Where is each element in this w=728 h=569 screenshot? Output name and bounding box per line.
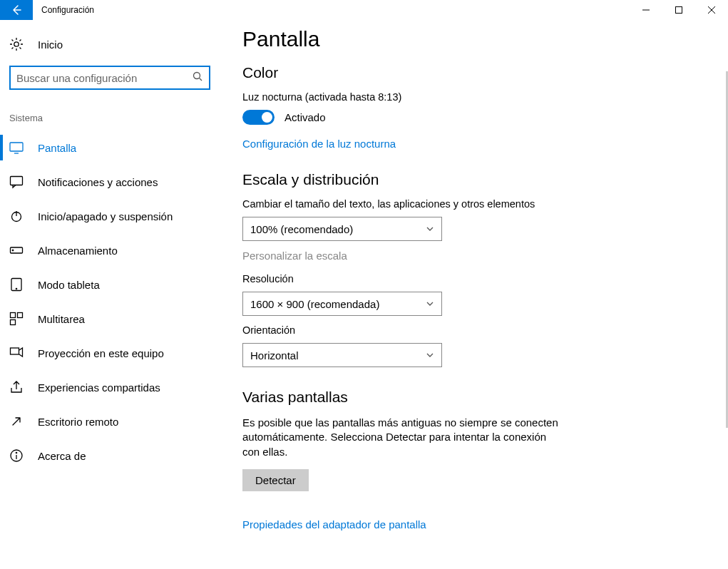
sidebar-item-label: Notificaciones y acciones (38, 176, 158, 188)
adapter-properties-link[interactable]: Propiedades del adaptador de pantalla (242, 518, 426, 530)
orientation-label: Orientación (242, 324, 699, 336)
sidebar-item-pantalla[interactable]: Pantalla (0, 130, 220, 165)
section-multi-header: Varias pantallas (242, 389, 699, 406)
orientation-select-value: Horizontal (250, 349, 299, 362)
back-arrow-icon (11, 4, 22, 16)
sidebar-item-label: Acerca de (38, 450, 86, 462)
svg-rect-10 (11, 313, 16, 318)
chevron-down-icon (426, 223, 434, 235)
resolution-select-value: 1600 × 900 (recomendada) (250, 298, 379, 310)
display-icon (9, 140, 24, 155)
sidebar-item-acerca-de[interactable]: Acerca de (0, 439, 220, 473)
sidebar-item-label: Modo tableta (38, 279, 100, 291)
sidebar-item-multitarea[interactable]: Multitarea (0, 302, 220, 336)
resize-label: Cambiar el tamaño del texto, las aplicac… (242, 198, 699, 210)
chevron-down-icon (426, 298, 434, 310)
sidebar-item-label: Almacenamiento (38, 245, 118, 257)
storage-icon (9, 243, 24, 257)
sidebar-item-almacenamiento[interactable]: Almacenamiento (0, 233, 220, 267)
share-icon (9, 380, 24, 394)
sidebar-item-proyeccion[interactable]: Proyección en este equipo (0, 336, 220, 370)
sidebar-item-escritorio-remoto[interactable]: Escritorio remoto (0, 404, 220, 439)
svg-point-2 (194, 73, 200, 79)
svg-point-9 (16, 288, 17, 289)
multi-desc: Es posible que las pantallas más antigua… (242, 416, 563, 459)
search-container (0, 58, 220, 93)
night-light-label: Luz nocturna (activada hasta 8:13) (242, 91, 699, 103)
close-icon (708, 6, 715, 14)
sidebar-item-label: Multitarea (38, 313, 85, 325)
chevron-down-icon (426, 349, 434, 362)
page-title: Pantalla (242, 27, 699, 51)
resolution-select[interactable]: 1600 × 900 (recomendada) (242, 292, 442, 316)
sidebar-home-label: Inicio (38, 39, 63, 51)
back-button[interactable] (0, 0, 33, 20)
custom-scale-link[interactable]: Personalizar la escala (242, 250, 699, 262)
info-icon (9, 448, 24, 463)
svg-rect-4 (11, 177, 23, 185)
search-icon (193, 71, 202, 84)
svg-rect-13 (11, 348, 19, 354)
sidebar-item-experiencias[interactable]: Experiencias compartidas (0, 370, 220, 404)
night-light-toggle-state: Activado (284, 111, 326, 123)
maximize-icon (675, 6, 682, 14)
svg-rect-12 (11, 320, 16, 325)
sidebar-home[interactable]: Inicio (0, 30, 220, 58)
sidebar-item-inicio-apagado[interactable]: Inicio/apagado y suspensión (0, 199, 220, 233)
sidebar: Inicio Sistema Pantalla Notificaciones y… (0, 20, 220, 569)
night-light-settings-link[interactable]: Configuración de la luz nocturna (242, 138, 396, 150)
search-input[interactable] (9, 66, 210, 90)
remote-icon (9, 414, 24, 429)
svg-rect-0 (676, 7, 682, 14)
svg-point-15 (16, 452, 17, 453)
svg-rect-3 (10, 143, 23, 151)
svg-point-7 (12, 250, 14, 251)
resolution-label: Resolución (242, 273, 699, 284)
svg-point-1 (14, 42, 19, 46)
sidebar-section-label: Sistema (0, 93, 220, 130)
message-icon (9, 175, 24, 189)
maximize-button[interactable] (662, 0, 695, 20)
sidebar-item-modo-tableta[interactable]: Modo tableta (0, 267, 220, 302)
content-area: Pantalla Color Luz nocturna (activada ha… (220, 20, 728, 569)
sidebar-item-notificaciones[interactable]: Notificaciones y acciones (0, 165, 220, 199)
sidebar-item-label: Proyección en este equipo (38, 347, 164, 359)
minimize-button[interactable] (630, 0, 662, 20)
project-icon (9, 346, 24, 360)
sidebar-item-label: Pantalla (38, 142, 76, 154)
tablet-icon (9, 277, 24, 292)
titlebar: Configuración (0, 0, 728, 20)
multitask-icon (9, 312, 24, 326)
night-light-toggle[interactable] (242, 110, 275, 125)
svg-rect-11 (18, 313, 23, 318)
scale-select[interactable]: 100% (recomendado) (242, 217, 442, 241)
sidebar-item-label: Inicio/apagado y suspensión (38, 210, 173, 222)
section-color-header: Color (242, 64, 699, 81)
window-title: Configuración (33, 5, 94, 15)
sidebar-item-label: Escritorio remoto (38, 416, 118, 428)
section-scale-header: Escala y distribución (242, 171, 699, 188)
orientation-select[interactable]: Horizontal (242, 343, 442, 367)
sidebar-item-label: Experiencias compartidas (38, 381, 160, 394)
close-button[interactable] (695, 0, 728, 20)
scale-select-value: 100% (recomendado) (250, 223, 353, 235)
minimize-icon (642, 6, 650, 14)
power-icon (9, 209, 24, 223)
gear-icon (9, 37, 24, 51)
detect-button[interactable]: Detectar (242, 469, 309, 491)
